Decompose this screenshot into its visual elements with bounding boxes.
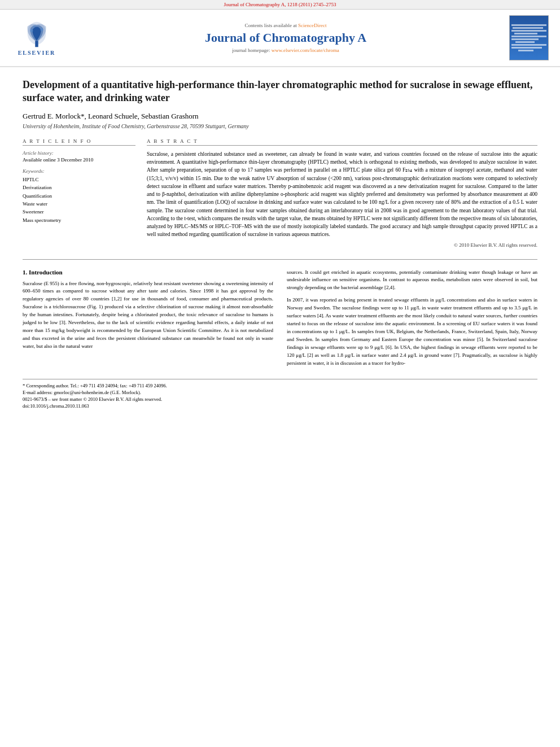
keywords-section: Keywords: HPTLCDerivatizationQuantificat… — [23, 168, 135, 224]
elsevier-tree-icon — [20, 20, 54, 49]
keyword-item: Mass spectrometry — [23, 216, 135, 224]
journal-header: ELSEVIER Contents lists available at Sci… — [0, 10, 560, 67]
keywords-list: HPTLCDerivatizationQuantificationWaste w… — [23, 176, 135, 224]
svg-point-2 — [30, 29, 33, 32]
intro-right-col: sources. It could get enriched in aquati… — [287, 269, 537, 368]
introduction-section: 1. Introduction Sucralose (E 955) is a f… — [23, 269, 537, 368]
journal-title-area: Contents lists available at ScienceDirec… — [73, 23, 498, 53]
homepage-url-text: www.elsevier.com/locate/chroma — [272, 47, 339, 53]
keyword-item: HPTLC — [23, 176, 135, 184]
journal-main-title: Journal of Chromatography A — [73, 30, 498, 45]
keyword-item: Derivatization — [23, 184, 135, 191]
copyright: © 2010 Elsevier B.V. All rights reserved… — [147, 242, 537, 248]
keywords-label: Keywords: — [23, 168, 135, 174]
keyword-item: Sweetener — [23, 208, 135, 216]
doi-note: doi:10.1016/j.chroma.2010.11.063 — [23, 403, 537, 409]
keyword-item: Quantification — [23, 192, 135, 200]
keyword-item: Waste water — [23, 200, 135, 208]
authors: Gertrud E. Morlock*, Leonard Schuele, Se… — [23, 112, 537, 121]
intro-section-title: 1. Introduction — [23, 269, 273, 276]
elsevier-wordmark: ELSEVIER — [18, 50, 56, 56]
issn-note: 0021-9673/$ – see front matter © 2010 El… — [23, 396, 537, 402]
citation-bar: Journal of Chromatography A, 1218 (2011)… — [0, 0, 560, 10]
abstract-column: A B S T R A C T Sucralose, a persistent … — [147, 138, 537, 248]
intro-right-text: sources. It could get enriched in aquati… — [287, 269, 537, 368]
main-content: Development of a quantitative high-perfo… — [0, 67, 560, 421]
elsevier-logo: ELSEVIER — [11, 20, 62, 56]
article-info-column: A R T I C L E I N F O Article history: A… — [23, 138, 135, 248]
intro-left-col: 1. Introduction Sucralose (E 955) is a f… — [23, 269, 273, 368]
section-divider — [23, 259, 537, 260]
article-info-header: A R T I C L E I N F O — [23, 138, 135, 146]
history-value: Available online 3 December 2010 — [23, 157, 135, 163]
footer-notes: * Corresponding author. Tel.: +49 711 45… — [23, 379, 537, 409]
intro-left-text: Sucralose (E 955) is a free flowing, non… — [23, 280, 273, 351]
corresponding-note: * Corresponding author. Tel.: +49 711 45… — [23, 383, 537, 388]
email-note: E-mail address: gmorloc@uni-hohenheim.de… — [23, 390, 537, 395]
journal-homepage: journal homepage: www.elsevier.com/locat… — [73, 47, 498, 53]
svg-point-3 — [40, 28, 43, 30]
abstract-header: A B S T R A C T — [147, 138, 537, 146]
sciencedirect-name: ScienceDirect — [298, 23, 326, 28]
author-affiliation: University of Hohenheim, Institute of Fo… — [23, 123, 537, 129]
contents-line: Contents lists available at ScienceDirec… — [73, 23, 498, 28]
citation-text: Journal of Chromatography A, 1218 (2011)… — [224, 2, 336, 7]
abstract-text: Sucralose, a persistent chlorinated subs… — [147, 150, 537, 239]
article-title: Development of a quantitative high-perfo… — [23, 78, 537, 105]
svg-point-4 — [33, 25, 36, 28]
article-info-abstract: A R T I C L E I N F O Article history: A… — [23, 138, 537, 248]
history-label: Article history: — [23, 150, 135, 156]
journal-cover-thumbnail — [509, 15, 549, 60]
